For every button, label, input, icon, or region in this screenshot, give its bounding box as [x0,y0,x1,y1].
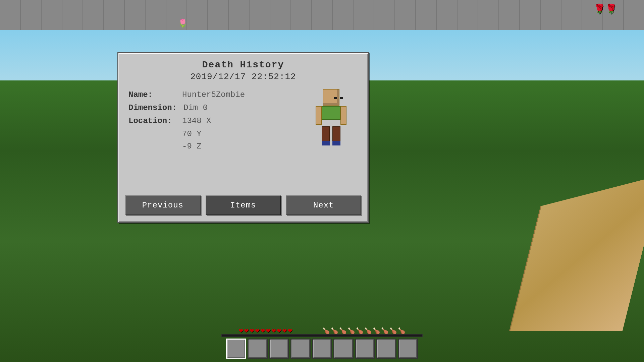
hotbar-slot-4[interactable] [290,339,311,359]
location-x-value: 1348 X [182,116,211,125]
skin-figure [314,89,348,149]
location-z-value: -9 Z [182,142,301,151]
location-y-value: 70 Y [182,129,301,138]
food-8: 🍗 [381,327,388,335]
skin-boot-right [332,141,340,145]
food-1: 🍗 [322,327,330,335]
dialog-buttons: Previous Items Next [125,195,361,215]
items-button[interactable]: Items [206,195,281,215]
food-2: 🍗 [331,327,338,335]
heart-5: ❤ [261,326,265,335]
heart-9: ❤ [282,326,287,335]
skin-shirt [322,106,340,120]
skin-head [323,89,339,106]
hotbar-slot-2[interactable] [248,339,268,359]
heart-1: ❤ [239,326,243,335]
xp-bar [221,334,423,337]
name-row: Name: Hunter5Zombie [128,90,301,99]
hotbar-slot-7[interactable] [355,339,375,359]
previous-button[interactable]: Previous [125,195,201,215]
skin-arm-left [316,106,322,125]
dialog-title: Death History [128,60,358,70]
food-4: 🍗 [347,327,355,335]
heart-7: ❤ [271,326,276,335]
dialog-content: Name: Hunter5Zombie Dimension: Dim 0 Loc… [128,90,358,154]
next-button[interactable]: Next [286,195,361,215]
heart-6: ❤ [266,326,270,335]
food-5: 🍗 [356,327,363,335]
hotbar-slot-5[interactable] [312,339,332,359]
dialog-info: Name: Hunter5Zombie Dimension: Dim 0 Loc… [128,90,301,154]
hearts-container: ❤ ❤ ❤ ❤ ❤ ❤ ❤ ❤ ❤ ❤ [239,326,292,335]
death-history-dialog: Death History 2019/12/17 22:52:12 Name: … [117,52,369,223]
heart-4: ❤ [255,326,260,335]
orange-flower-decoration: 🌷 [178,18,188,28]
dialog-date: 2019/12/17 22:52:12 [128,72,358,82]
food-container: 🍗 🍗 🍗 🍗 🍗 🍗 🍗 🍗 🍗 🍗 [322,327,405,335]
dimension-value: Dim 0 [183,103,208,112]
food-7: 🍗 [373,327,380,335]
dimension-row: Dimension: Dim 0 [128,103,301,112]
name-value: Hunter5Zombie [182,90,245,99]
heart-10: ❤ [288,326,292,335]
heart-2: ❤ [244,326,249,335]
heart-3: ❤ [250,326,254,335]
hud-row: ❤ ❤ ❤ ❤ ❤ ❤ ❤ ❤ ❤ ❤ 🍗 🍗 🍗 🍗 🍗 🍗 🍗 🍗 🍗 🍗 [239,326,406,335]
hotbar-slot-6[interactable] [333,339,354,359]
red-flower-decoration: 🌹🌹 [594,3,617,15]
location-y-row: 70 Y -9 Z [182,129,301,151]
skin-arm-right [340,106,346,125]
food-10: 🍗 [398,327,405,335]
hotbar-slot-3[interactable] [269,339,289,359]
name-label: Name: [128,90,175,99]
location-row: Location: 1348 X [128,116,301,125]
food-3: 🍗 [339,327,346,335]
hotbar-slot-9[interactable] [398,339,418,359]
skin-boot-left [322,141,330,145]
food-9: 🍗 [389,327,397,335]
hotbar-slot-8[interactable] [376,339,396,359]
stone-wall [0,0,644,30]
skin-eyes [334,97,337,99]
hotbar-slot-1[interactable] [226,339,246,359]
heart-8: ❤ [277,326,281,335]
location-label: Location: [128,116,175,125]
hotbar [226,339,418,359]
food-6: 🍗 [364,327,372,335]
dimension-label: Dimension: [128,103,177,112]
player-avatar [304,83,358,154]
